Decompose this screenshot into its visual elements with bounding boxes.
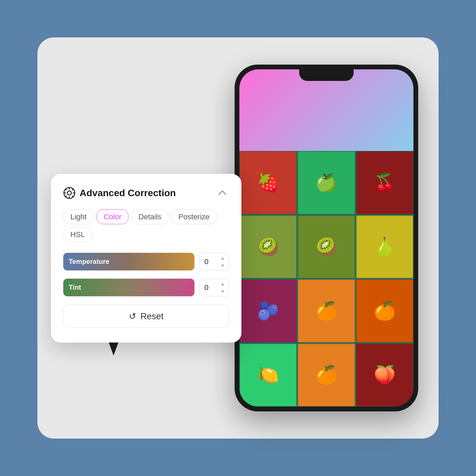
- gear-icon: [63, 187, 75, 199]
- tab-light[interactable]: Light: [63, 209, 94, 224]
- tint-stepper[interactable]: ▲ ▼: [219, 280, 226, 295]
- temperature-down-button[interactable]: ▼: [219, 262, 226, 269]
- list-item: 🍐: [356, 215, 413, 279]
- tab-bar: Light Color Details Posterize HSL: [63, 209, 229, 242]
- list-item: 🍊: [298, 279, 355, 343]
- phone-screen: 🍓 🍏 🍒 🥝 🥝 🍐 🫐 🍊 🍊 🍋 🍊 🍑: [239, 69, 413, 407]
- list-item: 🍊: [356, 279, 413, 343]
- list-item: 🥝: [239, 215, 297, 279]
- phone-fruit-area: 🍓 🍏 🍒 🥝 🥝 🍐 🫐 🍊 🍊 🍋 🍊 🍑: [239, 151, 413, 407]
- reset-label: Reset: [140, 311, 164, 321]
- panel-title: Advanced Correction: [80, 188, 176, 199]
- panel-header-left: Advanced Correction: [63, 187, 176, 199]
- temperature-label: Temperature: [69, 258, 109, 266]
- tint-value-box: 0 ▲ ▼: [199, 279, 229, 296]
- collapse-button[interactable]: [216, 186, 229, 200]
- tint-down-button[interactable]: ▼: [219, 288, 226, 295]
- tint-slider-container: Tint 0 ▲ ▼: [63, 279, 229, 296]
- list-item: 🫐: [239, 279, 297, 343]
- list-item: 🍋: [239, 343, 297, 407]
- tab-hsl[interactable]: HSL: [63, 227, 92, 242]
- list-item: 🍏: [298, 151, 355, 215]
- advanced-correction-panel: Advanced Correction Light Color Details …: [51, 174, 241, 343]
- tab-details[interactable]: Details: [131, 209, 168, 224]
- reset-icon: ↺: [129, 311, 136, 321]
- temperature-stepper[interactable]: ▲ ▼: [219, 255, 226, 269]
- phone-notch: [299, 69, 354, 81]
- outer-card: 🍓 🍏 🍒 🥝 🥝 🍐 🫐 🍊 🍊 🍋 🍊 🍑: [37, 37, 439, 439]
- tint-value: 0: [204, 283, 208, 292]
- panel-header: Advanced Correction: [63, 186, 229, 200]
- phone-gradient: [239, 69, 413, 151]
- tab-color[interactable]: Color: [97, 209, 129, 224]
- temperature-slider-container: Temperature 0 ▲ ▼: [63, 253, 229, 271]
- temperature-up-button[interactable]: ▲: [219, 255, 226, 261]
- phone-mockup: 🍓 🍏 🍒 🥝 🥝 🍐 🫐 🍊 🍊 🍋 🍊 🍑: [235, 65, 418, 411]
- temperature-slider-track[interactable]: Temperature: [63, 253, 194, 271]
- tint-slider-row: Tint 0 ▲ ▼: [63, 279, 229, 296]
- list-item: 🍊: [298, 343, 355, 407]
- list-item: 🍑: [356, 343, 413, 407]
- list-item: 🍓: [239, 151, 297, 215]
- tab-posterize[interactable]: Posterize: [171, 209, 217, 224]
- temperature-value: 0: [204, 257, 208, 266]
- tint-up-button[interactable]: ▲: [219, 280, 226, 287]
- chevron-up-icon: [218, 188, 227, 198]
- temperature-slider-row: Temperature 0 ▲ ▼: [63, 253, 229, 271]
- list-item: 🍒: [356, 151, 413, 215]
- svg-point-1: [67, 191, 71, 195]
- tint-label: Tint: [69, 284, 81, 291]
- fruit-grid: 🍓 🍏 🍒 🥝 🥝 🍐 🫐 🍊 🍊 🍋 🍊 🍑: [239, 151, 413, 407]
- temperature-value-box: 0 ▲ ▼: [199, 253, 229, 271]
- reset-button[interactable]: ↺ Reset: [63, 305, 229, 328]
- tint-slider-track[interactable]: Tint: [63, 279, 194, 296]
- list-item: 🥝: [298, 215, 355, 279]
